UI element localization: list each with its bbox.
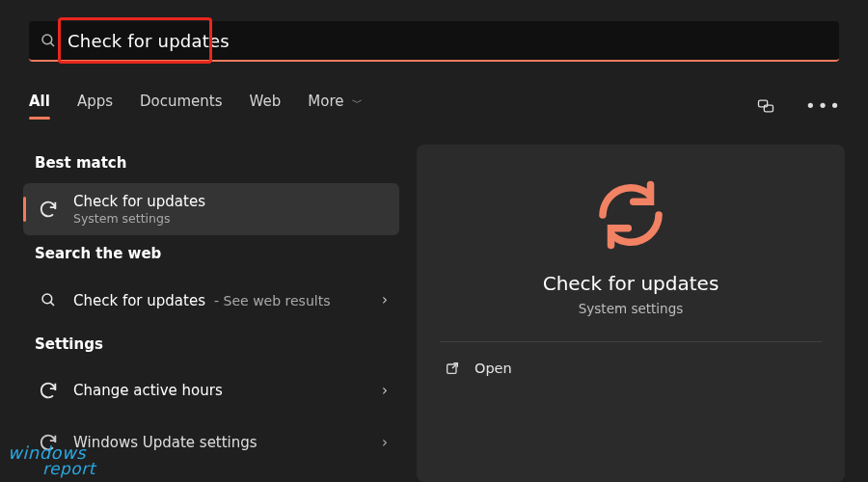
- result-sublabel: System settings: [73, 211, 205, 227]
- result-text: Windows Update settings: [73, 434, 258, 452]
- svg-rect-2: [759, 100, 768, 107]
- results-list: Best match Check for updates System sett…: [23, 145, 399, 482]
- chevron-right-icon: ›: [382, 382, 388, 399]
- more-options-button[interactable]: •••: [808, 91, 839, 121]
- search-input[interactable]: [68, 31, 839, 51]
- section-best-match: Best match: [23, 145, 399, 183]
- divider: [440, 341, 822, 342]
- open-icon: [444, 360, 461, 377]
- search-icon: [35, 291, 62, 308]
- chevron-down-icon: ﹀: [352, 96, 363, 109]
- result-windows-update-settings[interactable]: Windows Update settings ›: [23, 416, 399, 469]
- preview-pane: Check for updates System settings Open: [417, 145, 845, 482]
- result-label: Check for updates: [73, 193, 205, 211]
- result-text: Change active hours: [73, 382, 223, 400]
- preview-subtitle: System settings: [579, 301, 683, 316]
- tab-more[interactable]: More ﹀: [308, 93, 363, 120]
- svg-line-5: [50, 302, 54, 306]
- result-label: Windows Update settings: [73, 434, 258, 452]
- section-search-web: Search the web: [23, 235, 399, 274]
- tab-web[interactable]: Web: [250, 93, 282, 120]
- svg-line-1: [50, 42, 54, 46]
- result-check-for-updates[interactable]: Check for updates System settings: [23, 183, 399, 235]
- tab-documents[interactable]: Documents: [140, 93, 223, 120]
- result-web-search[interactable]: Check for updates - See web results ›: [23, 274, 399, 326]
- svg-rect-3: [764, 105, 773, 112]
- action-open[interactable]: Open: [444, 360, 818, 377]
- update-icon: [35, 199, 62, 220]
- filter-tabs: All Apps Documents Web More ﹀ •••: [29, 91, 839, 121]
- action-open-label: Open: [475, 361, 512, 376]
- chat-icon[interactable]: [750, 91, 781, 121]
- chevron-right-icon: ›: [382, 434, 388, 451]
- update-icon: [35, 432, 62, 453]
- tab-apps[interactable]: Apps: [77, 93, 113, 120]
- result-sublabel: - See web results: [214, 293, 330, 308]
- search-bar[interactable]: [29, 21, 839, 62]
- section-settings: Settings: [23, 326, 399, 364]
- tab-all[interactable]: All: [29, 93, 50, 120]
- result-change-active-hours[interactable]: Change active hours ›: [23, 364, 399, 416]
- update-icon: [35, 380, 62, 401]
- svg-point-0: [42, 35, 52, 44]
- ellipsis-icon: •••: [805, 97, 842, 115]
- search-panel: All Apps Documents Web More ﹀ ••• Best m…: [0, 0, 868, 482]
- svg-point-4: [42, 294, 52, 304]
- result-label: Check for updates: [73, 292, 205, 309]
- update-large-icon: [591, 175, 670, 254]
- result-label: Change active hours: [73, 382, 223, 400]
- result-text: Check for updates - See web results: [73, 291, 330, 309]
- result-text: Check for updates System settings: [73, 193, 205, 226]
- preview-title: Check for updates: [543, 272, 719, 295]
- tab-more-label: More: [308, 93, 343, 110]
- search-icon: [29, 32, 68, 49]
- results-area: Best match Check for updates System sett…: [23, 145, 845, 482]
- chevron-right-icon: ›: [382, 291, 388, 308]
